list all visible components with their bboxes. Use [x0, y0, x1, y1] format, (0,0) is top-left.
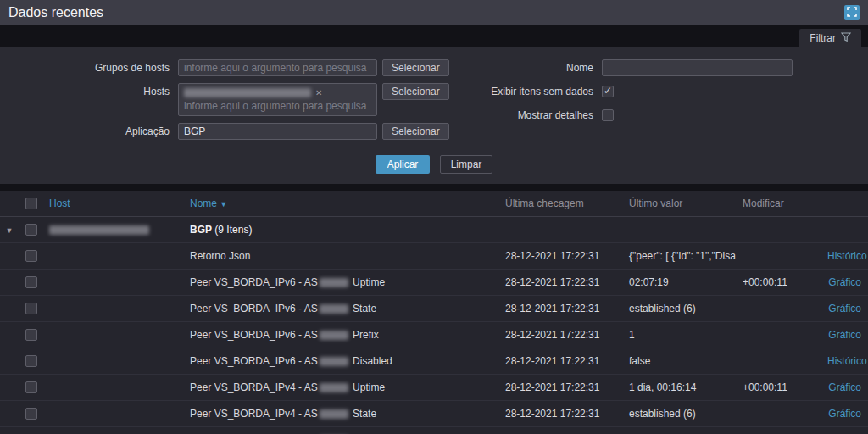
group-checkbox[interactable]	[25, 224, 37, 236]
row-checkbox[interactable]	[25, 381, 37, 393]
last-value-cell: false	[622, 348, 736, 375]
change-cell: +00:00:11	[736, 375, 821, 401]
fullscreen-icon	[847, 7, 857, 19]
last-check-cell: 28-12-2021 17:22:31	[498, 401, 622, 427]
row-checkbox[interactable]	[25, 329, 37, 341]
row-action-link[interactable]: Gráfico	[828, 276, 861, 288]
item-name-prefix: Peer VS_BORDA_IPv4 - AS	[190, 408, 318, 420]
item-name-cell: Peer VS_BORDA_IPv4 - AS Prefix	[183, 427, 498, 434]
column-header-nome[interactable]: Nome ▼	[183, 191, 498, 217]
row-action-link[interactable]: Gráfico	[828, 329, 861, 341]
redacted-text	[320, 383, 348, 392]
last-check-cell: 28-12-2021 17:22:31	[498, 348, 622, 375]
item-name-prefix: Peer VS_BORDA_IPv4 - AS	[190, 381, 318, 393]
filter-tab[interactable]: Filtrar	[799, 29, 861, 47]
item-name-cell: Peer VS_BORDA_IPv6 - AS Uptime	[183, 270, 498, 296]
item-name-cell: Peer VS_BORDA_IPv4 - AS Uptime	[183, 375, 498, 401]
row-checkbox[interactable]	[25, 250, 37, 262]
hosts-select-button[interactable]: Selecionar	[382, 83, 449, 100]
application-group-count: (9 Itens)	[214, 224, 252, 236]
table-row: Peer VS_BORDA_IPv4 - AS Uptime 28-12-202…	[0, 375, 868, 401]
selected-host-redacted	[184, 88, 311, 97]
show-details-checkbox[interactable]	[602, 109, 614, 121]
row-action-link[interactable]: Histórico	[827, 250, 867, 262]
last-check-cell: 28-12-2021 17:22:31	[498, 296, 622, 322]
application-select-button[interactable]: Selecionar	[382, 123, 449, 140]
row-checkbox[interactable]	[25, 408, 37, 420]
item-name-cell: Peer VS_BORDA_IPv4 - AS State	[183, 401, 498, 427]
remove-host-icon[interactable]: ✕	[315, 89, 322, 97]
change-cell	[736, 322, 821, 348]
item-name-suffix: State	[350, 303, 376, 314]
item-name-prefix: Retorno Json	[190, 250, 250, 262]
table-row: Peer VS_BORDA_IPv4 - AS State 28-12-2021…	[0, 401, 868, 427]
last-value-cell: 1	[622, 322, 736, 348]
last-value-cell: 02:07:19	[622, 270, 736, 296]
item-name-cell: Peer VS_BORDA_IPv6 - AS Prefix	[183, 322, 498, 348]
row-action-link[interactable]: Histórico	[827, 355, 867, 367]
column-header-ultima-checagem: Última checagem	[498, 191, 622, 217]
host-groups-input[interactable]	[178, 59, 377, 76]
row-checkbox[interactable]	[25, 276, 37, 288]
hosts-input[interactable]	[184, 99, 371, 113]
item-name-prefix: Peer VS_BORDA_IPv6 - AS	[190, 329, 318, 341]
table-row: Peer VS_BORDA_IPv4 - AS Prefix 28-12-202…	[0, 427, 868, 434]
table-row: Peer VS_BORDA_IPv6 - AS Disabled 28-12-2…	[0, 348, 868, 375]
item-name-cell: Peer VS_BORDA_IPv6 - AS State	[183, 296, 498, 322]
name-input[interactable]	[602, 59, 793, 76]
last-check-cell: 28-12-2021 17:22:31	[498, 375, 622, 401]
row-action-link[interactable]: Gráfico	[828, 408, 861, 420]
table-body: ▼ BGP (9 Itens) Retorno Json 28-12-2021 …	[0, 217, 868, 434]
apply-button[interactable]: Aplicar	[376, 155, 431, 174]
select-all-checkbox[interactable]	[25, 198, 37, 209]
table-row: Retorno Json 28-12-2021 17:22:31 {"peer"…	[0, 243, 868, 270]
host-groups-select-button[interactable]: Selecionar	[382, 59, 449, 76]
show-without-data-label: Exibir itens sem dados	[475, 83, 602, 100]
latest-data-table-section: Host Nome ▼ Última checagem Último valor…	[0, 191, 868, 434]
item-name-suffix: Uptime	[350, 276, 385, 288]
redacted-text	[320, 409, 348, 419]
filter-panel: Grupos de hosts Selecionar Hosts ✕ Selec…	[0, 47, 868, 184]
last-value-cell: 1	[622, 427, 736, 434]
sort-desc-icon: ▼	[220, 200, 227, 209]
column-header-host[interactable]: Host	[42, 191, 183, 217]
item-name-prefix: Peer VS_BORDA_IPv6 - AS	[190, 355, 318, 367]
item-name-cell: Peer VS_BORDA_IPv6 - AS Disabled	[183, 348, 498, 375]
table-row: Peer VS_BORDA_IPv6 - AS State 28-12-2021…	[0, 296, 868, 322]
last-value-cell: 1 dia, 00:16:14	[622, 375, 736, 401]
last-check-cell: 28-12-2021 17:22:31	[498, 427, 622, 434]
collapse-group-icon[interactable]: ▼	[6, 226, 14, 235]
last-value-cell: established (6)	[622, 296, 736, 322]
table-header-row: Host Nome ▼ Última checagem Último valor…	[0, 191, 868, 217]
hosts-label: Hosts	[0, 83, 178, 100]
redacted-text	[320, 331, 348, 340]
item-name-cell: Retorno Json	[183, 243, 498, 270]
show-without-data-checkbox[interactable]	[602, 86, 614, 97]
change-cell	[736, 427, 821, 434]
fullscreen-button[interactable]	[844, 5, 860, 20]
change-cell	[736, 348, 821, 375]
hosts-multiselect[interactable]: ✕	[178, 83, 377, 116]
clear-button[interactable]: Limpar	[440, 155, 493, 174]
change-cell	[736, 243, 821, 270]
change-cell	[736, 296, 821, 322]
redacted-text	[320, 357, 348, 366]
item-name-suffix: Prefix	[350, 329, 379, 341]
application-group-name: BGP	[190, 224, 212, 236]
application-input[interactable]	[178, 123, 377, 140]
last-value-cell: {"peer": [ {"Id": "1","Disabled...	[622, 243, 736, 270]
item-name-prefix: Peer VS_BORDA_IPv6 - AS	[190, 276, 318, 288]
last-check-cell: 28-12-2021 17:22:31	[498, 243, 622, 270]
redacted-text	[320, 278, 348, 287]
row-checkbox[interactable]	[25, 303, 37, 314]
row-checkbox[interactable]	[25, 355, 37, 367]
name-label: Nome	[475, 59, 602, 76]
item-name-prefix: Peer VS_BORDA_IPv6 - AS	[190, 303, 318, 314]
table-row: Peer VS_BORDA_IPv6 - AS Prefix 28-12-202…	[0, 322, 868, 348]
table-row: Peer VS_BORDA_IPv6 - AS Uptime 28-12-202…	[0, 270, 868, 296]
host-groups-label: Grupos de hosts	[0, 59, 178, 76]
row-action-link[interactable]: Gráfico	[828, 381, 861, 393]
change-cell	[736, 401, 821, 427]
filter-tab-label: Filtrar	[810, 32, 836, 44]
row-action-link[interactable]: Gráfico	[828, 303, 861, 314]
